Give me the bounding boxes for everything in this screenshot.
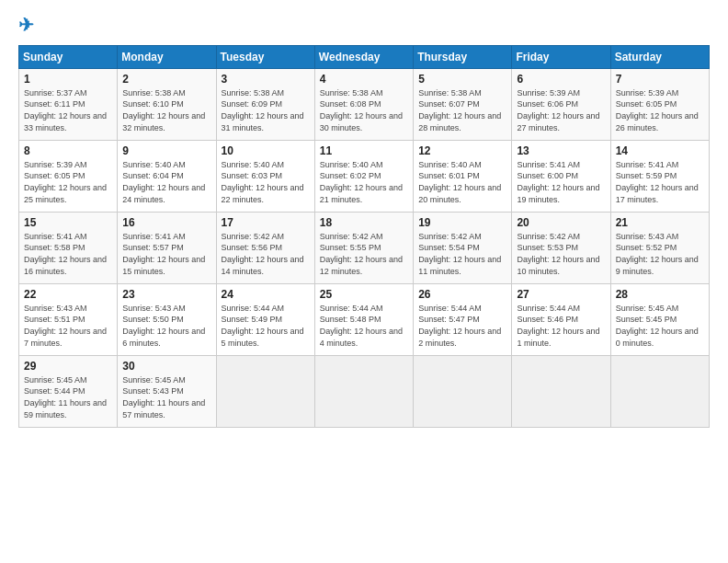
calendar-cell: 15Sunrise: 5:41 AMSunset: 5:58 PMDayligh… <box>19 212 118 283</box>
logo-bird-icon: ✈ <box>18 15 34 35</box>
day-info: Sunrise: 5:40 AMSunset: 6:01 PMDaylight:… <box>418 159 506 205</box>
calendar-cell: 6Sunrise: 5:39 AMSunset: 6:06 PMDaylight… <box>512 68 610 140</box>
calendar-cell <box>414 355 512 427</box>
day-info: Sunrise: 5:43 AMSunset: 5:50 PMDaylight:… <box>122 303 210 349</box>
calendar-cell <box>314 355 413 427</box>
calendar-cell: 10Sunrise: 5:40 AMSunset: 6:03 PMDayligh… <box>216 140 314 212</box>
day-number: 18 <box>320 216 408 229</box>
calendar-cell: 19Sunrise: 5:42 AMSunset: 5:54 PMDayligh… <box>414 212 512 283</box>
day-info: Sunrise: 5:45 AMSunset: 5:43 PMDaylight:… <box>122 374 210 420</box>
calendar-cell: 3Sunrise: 5:38 AMSunset: 6:09 PMDaylight… <box>216 68 314 140</box>
day-number: 3 <box>222 73 310 86</box>
day-number: 9 <box>122 144 210 157</box>
header: ✈ <box>18 15 710 36</box>
day-info: Sunrise: 5:43 AMSunset: 5:52 PMDaylight:… <box>616 231 704 277</box>
day-info: Sunrise: 5:38 AMSunset: 6:10 PMDaylight:… <box>122 87 210 133</box>
calendar-cell: 12Sunrise: 5:40 AMSunset: 6:01 PMDayligh… <box>414 140 512 212</box>
weekday-header: Tuesday <box>216 45 314 68</box>
day-number: 11 <box>320 144 408 157</box>
calendar-table: SundayMondayTuesdayWednesdayThursdayFrid… <box>18 45 710 428</box>
weekday-header: Sunday <box>19 45 118 68</box>
day-number: 21 <box>616 216 704 229</box>
day-number: 30 <box>122 360 210 373</box>
calendar-cell <box>610 355 709 427</box>
day-info: Sunrise: 5:38 AMSunset: 6:08 PMDaylight:… <box>320 87 408 133</box>
weekday-header: Friday <box>512 45 610 68</box>
calendar-cell: 23Sunrise: 5:43 AMSunset: 5:50 PMDayligh… <box>118 283 216 355</box>
page: ✈ SundayMondayTuesdayWednesdayThursdayFr… <box>0 0 728 563</box>
day-number: 6 <box>517 73 605 86</box>
weekday-header: Thursday <box>414 45 512 68</box>
calendar-cell <box>216 355 314 427</box>
day-info: Sunrise: 5:39 AMSunset: 6:05 PMDaylight:… <box>616 87 704 133</box>
day-number: 22 <box>24 288 112 301</box>
weekday-header: Saturday <box>610 45 709 68</box>
day-info: Sunrise: 5:41 AMSunset: 5:58 PMDaylight:… <box>24 231 112 277</box>
day-info: Sunrise: 5:44 AMSunset: 5:48 PMDaylight:… <box>320 303 408 349</box>
day-info: Sunrise: 5:37 AMSunset: 6:11 PMDaylight:… <box>24 87 112 133</box>
day-info: Sunrise: 5:41 AMSunset: 6:00 PMDaylight:… <box>517 159 605 205</box>
day-number: 17 <box>222 216 310 229</box>
calendar-cell: 17Sunrise: 5:42 AMSunset: 5:56 PMDayligh… <box>216 212 314 283</box>
calendar-cell: 22Sunrise: 5:43 AMSunset: 5:51 PMDayligh… <box>19 283 118 355</box>
calendar-cell: 26Sunrise: 5:44 AMSunset: 5:47 PMDayligh… <box>414 283 512 355</box>
weekday-header: Wednesday <box>314 45 413 68</box>
day-info: Sunrise: 5:42 AMSunset: 5:55 PMDaylight:… <box>320 231 408 277</box>
day-number: 26 <box>418 288 506 301</box>
day-number: 19 <box>418 216 506 229</box>
calendar-cell: 30Sunrise: 5:45 AMSunset: 5:43 PMDayligh… <box>118 355 216 427</box>
calendar-cell: 25Sunrise: 5:44 AMSunset: 5:48 PMDayligh… <box>314 283 413 355</box>
calendar-week-row: 22Sunrise: 5:43 AMSunset: 5:51 PMDayligh… <box>19 283 710 355</box>
day-number: 23 <box>122 288 210 301</box>
calendar-cell: 20Sunrise: 5:42 AMSunset: 5:53 PMDayligh… <box>512 212 610 283</box>
calendar-cell: 14Sunrise: 5:41 AMSunset: 5:59 PMDayligh… <box>610 140 709 212</box>
day-number: 24 <box>222 288 310 301</box>
day-number: 1 <box>24 73 112 86</box>
calendar-cell: 7Sunrise: 5:39 AMSunset: 6:05 PMDaylight… <box>610 68 709 140</box>
calendar-cell: 21Sunrise: 5:43 AMSunset: 5:52 PMDayligh… <box>610 212 709 283</box>
calendar-cell: 18Sunrise: 5:42 AMSunset: 5:55 PMDayligh… <box>314 212 413 283</box>
calendar-week-row: 1Sunrise: 5:37 AMSunset: 6:11 PMDaylight… <box>19 68 710 140</box>
day-number: 7 <box>616 73 704 86</box>
day-number: 16 <box>122 216 210 229</box>
day-info: Sunrise: 5:40 AMSunset: 6:04 PMDaylight:… <box>122 159 210 205</box>
day-info: Sunrise: 5:42 AMSunset: 5:56 PMDaylight:… <box>222 231 310 277</box>
day-number: 27 <box>517 288 605 301</box>
day-number: 25 <box>320 288 408 301</box>
calendar-cell: 9Sunrise: 5:40 AMSunset: 6:04 PMDaylight… <box>118 140 216 212</box>
day-number: 5 <box>418 73 506 86</box>
weekday-header: Monday <box>118 45 216 68</box>
day-info: Sunrise: 5:38 AMSunset: 6:09 PMDaylight:… <box>222 87 310 133</box>
day-info: Sunrise: 5:45 AMSunset: 5:45 PMDaylight:… <box>616 303 704 349</box>
day-info: Sunrise: 5:42 AMSunset: 5:54 PMDaylight:… <box>418 231 506 277</box>
day-info: Sunrise: 5:40 AMSunset: 6:02 PMDaylight:… <box>320 159 408 205</box>
day-info: Sunrise: 5:41 AMSunset: 5:59 PMDaylight:… <box>616 159 704 205</box>
calendar-cell: 8Sunrise: 5:39 AMSunset: 6:05 PMDaylight… <box>19 140 118 212</box>
day-number: 29 <box>24 360 112 373</box>
day-number: 4 <box>320 73 408 86</box>
day-number: 2 <box>122 73 210 86</box>
day-info: Sunrise: 5:43 AMSunset: 5:51 PMDaylight:… <box>24 303 112 349</box>
day-number: 8 <box>24 144 112 157</box>
calendar-cell: 5Sunrise: 5:38 AMSunset: 6:07 PMDaylight… <box>414 68 512 140</box>
calendar-week-row: 29Sunrise: 5:45 AMSunset: 5:44 PMDayligh… <box>19 355 710 427</box>
calendar-cell: 27Sunrise: 5:44 AMSunset: 5:46 PMDayligh… <box>512 283 610 355</box>
day-number: 28 <box>616 288 704 301</box>
day-number: 15 <box>24 216 112 229</box>
calendar-week-row: 15Sunrise: 5:41 AMSunset: 5:58 PMDayligh… <box>19 212 710 283</box>
calendar-cell: 29Sunrise: 5:45 AMSunset: 5:44 PMDayligh… <box>19 355 118 427</box>
day-number: 14 <box>616 144 704 157</box>
day-info: Sunrise: 5:39 AMSunset: 6:05 PMDaylight:… <box>24 159 112 205</box>
calendar-cell: 4Sunrise: 5:38 AMSunset: 6:08 PMDaylight… <box>314 68 413 140</box>
day-info: Sunrise: 5:42 AMSunset: 5:53 PMDaylight:… <box>517 231 605 277</box>
day-info: Sunrise: 5:41 AMSunset: 5:57 PMDaylight:… <box>122 231 210 277</box>
day-info: Sunrise: 5:44 AMSunset: 5:47 PMDaylight:… <box>418 303 506 349</box>
logo: ✈ <box>18 15 34 36</box>
day-number: 13 <box>517 144 605 157</box>
calendar-cell <box>512 355 610 427</box>
calendar-cell: 16Sunrise: 5:41 AMSunset: 5:57 PMDayligh… <box>118 212 216 283</box>
day-info: Sunrise: 5:44 AMSunset: 5:49 PMDaylight:… <box>222 303 310 349</box>
calendar-header-row: SundayMondayTuesdayWednesdayThursdayFrid… <box>19 45 710 68</box>
day-number: 20 <box>517 216 605 229</box>
calendar-week-row: 8Sunrise: 5:39 AMSunset: 6:05 PMDaylight… <box>19 140 710 212</box>
